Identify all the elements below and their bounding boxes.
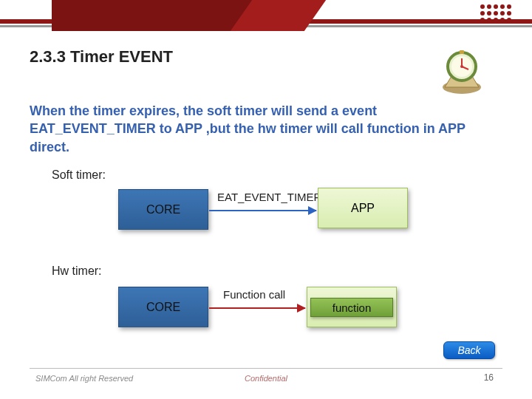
page-number: 16 xyxy=(484,372,494,383)
soft-timer-arrow xyxy=(209,210,316,211)
clock-icon xyxy=(436,44,488,96)
back-button-label: Back xyxy=(457,344,480,356)
soft-timer-core-box: CORE xyxy=(118,189,208,230)
hw-timer-core-box: CORE xyxy=(118,287,208,327)
svg-point-5 xyxy=(460,65,463,68)
box-label: CORE xyxy=(146,203,180,216)
box-label: CORE xyxy=(146,301,180,314)
hw-timer-function-inner: function xyxy=(310,298,393,317)
hw-timer-arrow-label: Function call xyxy=(223,288,285,301)
box-label: function xyxy=(332,301,372,314)
svg-rect-6 xyxy=(460,50,464,54)
hw-timer-arrow xyxy=(209,307,305,309)
soft-timer-label: Soft timer: xyxy=(52,168,106,182)
hw-timer-label: Hw timer: xyxy=(52,265,102,278)
description-text: When the timer expires, the soft timer w… xyxy=(30,102,488,156)
soft-timer-app-box: APP xyxy=(318,188,408,228)
footer-center-text: Confidential xyxy=(0,374,532,383)
footer-divider xyxy=(30,368,502,369)
soft-timer-arrow-label: EAT_EVENT_TIMER xyxy=(217,191,321,203)
back-button[interactable]: Back xyxy=(443,341,495,359)
page-title: 2.3.3 Timer EVENT xyxy=(30,47,173,66)
header-decor xyxy=(0,0,532,30)
box-label: APP xyxy=(351,202,375,215)
dot-grid-icon xyxy=(480,4,511,22)
